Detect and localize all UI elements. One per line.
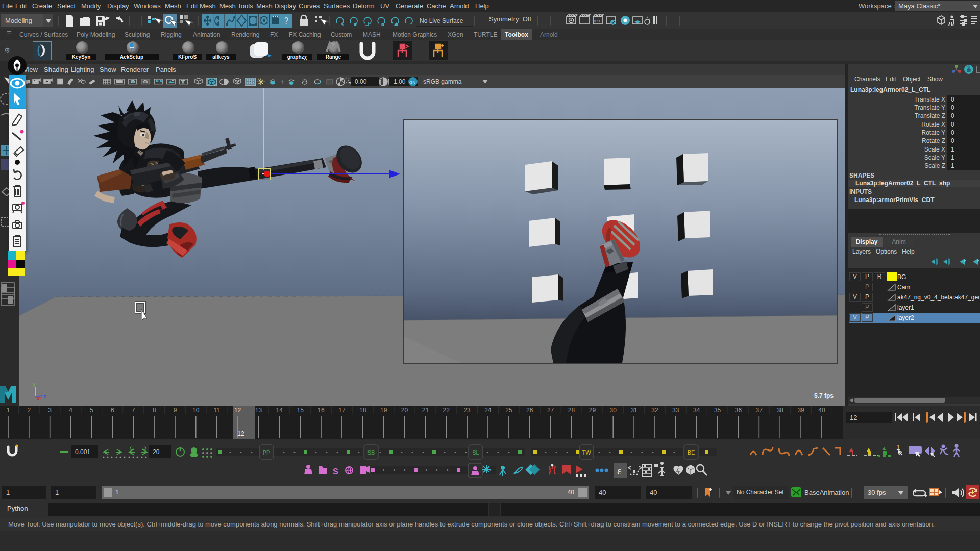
svg-text:ε: ε [617, 465, 621, 477]
svg-text:SB: SB [368, 449, 375, 456]
svg-text:35: 35 [714, 407, 721, 414]
svg-text:z: z [44, 394, 46, 399]
svg-text:TW: TW [582, 449, 591, 456]
svg-text:1: 1 [7, 407, 10, 414]
svg-text:27: 27 [547, 407, 554, 414]
svg-text:y: y [33, 381, 36, 387]
svg-text:21: 21 [422, 407, 429, 414]
svg-text:BE: BE [688, 449, 695, 456]
svg-text:16: 16 [317, 407, 325, 414]
svg-text:9: 9 [174, 407, 177, 414]
svg-text:5: 5 [90, 407, 93, 414]
svg-text:31: 31 [630, 407, 638, 414]
svg-text:S: S [333, 467, 338, 476]
svg-text:13: 13 [255, 407, 262, 414]
svg-text:0.001: 0.001 [75, 448, 90, 456]
svg-text:20: 20 [153, 448, 160, 456]
svg-text:1: 1 [896, 444, 900, 452]
svg-text:32: 32 [651, 407, 658, 414]
svg-text:12: 12 [234, 407, 241, 414]
svg-text:36: 36 [735, 407, 742, 414]
svg-text:22: 22 [443, 407, 450, 414]
svg-text:24: 24 [484, 407, 492, 414]
svg-text:SL: SL [472, 449, 479, 456]
svg-text:33: 33 [672, 407, 679, 414]
svg-text:19: 19 [380, 407, 387, 414]
svg-text:8: 8 [153, 407, 156, 414]
svg-text:29: 29 [589, 407, 596, 414]
svg-text:1.00: 1.00 [394, 78, 406, 85]
svg-text:0.00: 0.00 [355, 78, 367, 85]
svg-text:6: 6 [111, 407, 114, 414]
svg-text:IPR: IPR [594, 19, 600, 23]
svg-text:28: 28 [568, 407, 575, 414]
svg-text:?: ? [284, 16, 288, 26]
svg-text:3: 3 [48, 407, 52, 414]
svg-text:sRGB gamma: sRGB gamma [423, 78, 462, 85]
svg-text:25: 25 [505, 407, 512, 414]
svg-text:10: 10 [192, 407, 200, 414]
svg-text:11: 11 [213, 407, 220, 414]
svg-text:12: 12 [237, 430, 244, 437]
svg-text:PP: PP [263, 449, 271, 456]
svg-text:40: 40 [818, 407, 825, 414]
svg-text:4: 4 [69, 407, 72, 414]
svg-text:18: 18 [359, 407, 366, 414]
svg-text:T: T [181, 80, 185, 84]
svg-text:30: 30 [610, 407, 617, 414]
svg-text:23: 23 [463, 407, 471, 414]
svg-text:17: 17 [338, 407, 346, 414]
svg-text:x: x [37, 396, 40, 402]
svg-text:37: 37 [756, 407, 763, 414]
svg-text:GN: GN [409, 80, 415, 85]
svg-text:38: 38 [777, 407, 784, 414]
svg-text:39: 39 [797, 407, 804, 414]
svg-text:34: 34 [693, 407, 700, 414]
svg-text:2: 2 [28, 407, 31, 414]
svg-text:15: 15 [297, 407, 304, 414]
svg-text:14: 14 [276, 407, 283, 414]
svg-text:20: 20 [401, 407, 408, 414]
svg-text:7: 7 [132, 407, 135, 414]
svg-text:26: 26 [526, 407, 533, 414]
